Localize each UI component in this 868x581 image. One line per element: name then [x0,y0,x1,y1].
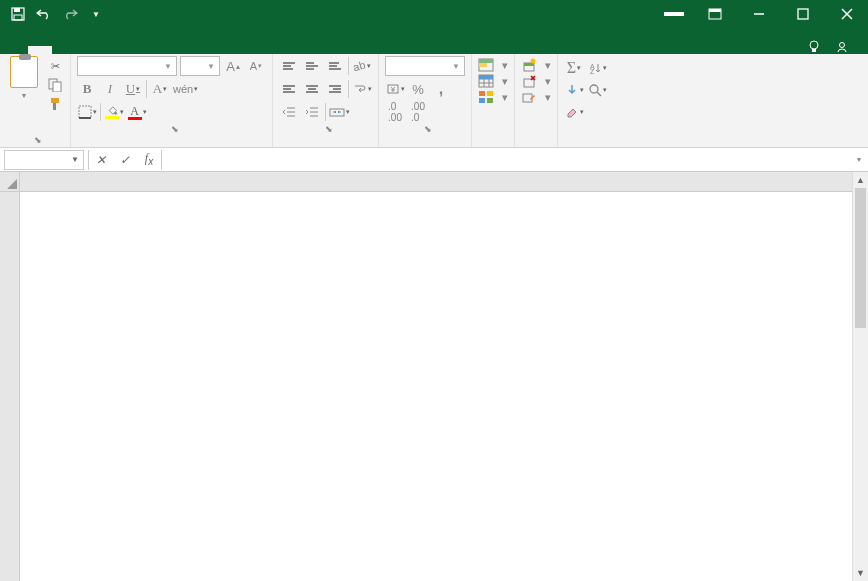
align-launcher[interactable]: ⬊ [325,124,333,134]
tell-me-search[interactable] [808,40,824,54]
qat-customize-button[interactable]: ▼ [86,4,106,24]
search-icon [588,83,602,97]
increase-decimal-button[interactable]: .0.00 [385,102,405,122]
decrease-indent-button[interactable] [279,102,299,122]
phonetic-button[interactable]: wén▾ [173,79,198,99]
tab-home[interactable] [28,46,52,54]
align-right-button[interactable] [325,79,345,99]
font-launcher[interactable]: ⬊ [171,124,179,134]
vertical-scrollbar[interactable]: ▲ ▼ [852,172,868,581]
align-middle-button[interactable] [302,56,322,76]
comma-icon: , [439,80,443,98]
increase-font-button[interactable]: A▴ [223,56,243,76]
cell-styles-button[interactable]: ▾ [478,90,508,104]
border-button[interactable]: ▾ [77,102,97,122]
clear-button[interactable]: ▾ [564,102,584,122]
ribbon-tabs [0,28,868,54]
align-top-button[interactable] [279,56,299,76]
copy-icon [48,78,62,92]
expand-formula-bar-button[interactable]: ▾ [850,155,868,164]
cut-button[interactable]: ✂ [46,58,64,74]
clipboard-launcher[interactable]: ⬊ [34,135,42,145]
cancel-formula-button[interactable]: ✕ [89,150,113,170]
accounting-format-button[interactable]: ¥▾ [385,79,405,99]
name-box[interactable]: ▼ [4,150,84,170]
sort-filter-button[interactable]: AZ▾ [587,58,607,78]
font-color-button[interactable]: A▾ [127,102,147,122]
tab-data[interactable] [124,46,148,54]
insert-function-button[interactable]: fx [137,150,161,170]
tab-file[interactable] [4,46,28,54]
login-button[interactable] [664,12,684,16]
tab-insert[interactable] [52,46,76,54]
svg-rect-39 [523,94,532,102]
find-button[interactable]: ▾ [587,80,607,100]
maximize-button[interactable] [782,0,824,28]
delete-cells-button[interactable]: ▾ [521,74,551,88]
tab-help[interactable] [220,46,244,54]
increase-indent-button[interactable] [302,102,322,122]
undo-button[interactable] [34,4,54,24]
tab-review[interactable] [148,46,172,54]
share-button[interactable] [836,41,852,53]
scroll-thumb[interactable] [855,188,866,328]
tab-view[interactable] [172,46,196,54]
merge-icon [329,106,345,118]
cell-style-icon [478,90,494,104]
close-button[interactable] [826,0,868,28]
save-button[interactable] [8,4,28,24]
align-bottom-button[interactable] [325,56,345,76]
format-cells-button[interactable]: ▾ [521,90,551,104]
scroll-up-button[interactable]: ▲ [853,172,868,188]
format-as-table-button[interactable]: ▾ [478,74,508,88]
paste-button[interactable]: ▼ [6,56,42,99]
number-format-combo[interactable]: ▼ [385,56,465,76]
font-a-button[interactable]: A▾ [150,79,170,99]
svg-line-43 [597,92,601,96]
number-launcher[interactable]: ⬊ [424,124,432,134]
font-name-combo[interactable]: ▼ [77,56,177,76]
svg-rect-23 [479,59,493,63]
cells-area[interactable] [20,192,852,581]
comma-button[interactable]: , [431,79,451,99]
merge-button[interactable]: ▾ [329,102,350,122]
fill-icon [565,83,579,97]
tab-pagelayout[interactable] [76,46,100,54]
fill-button[interactable]: ▾ [564,80,584,100]
insert-cells-button[interactable]: ▾ [521,58,551,72]
align-center-button[interactable] [302,79,322,99]
tab-formulas[interactable] [100,46,124,54]
scroll-down-button[interactable]: ▼ [853,565,868,581]
copy-button[interactable] [46,77,64,93]
percent-button[interactable]: % [408,79,428,99]
enter-formula-button[interactable]: ✓ [113,150,137,170]
wrap-text-button[interactable]: ▾ [352,79,372,99]
italic-button[interactable]: I [100,79,120,99]
format-painter-button[interactable] [46,96,64,112]
scissors-icon: ✂ [51,60,60,73]
autosum-button[interactable]: Σ▾ [564,58,584,78]
svg-rect-36 [524,63,534,66]
group-cells: ▾ ▾ ▾ [515,54,558,147]
align-middle-icon [306,62,318,70]
svg-point-18 [114,112,117,115]
align-right-icon [329,85,341,93]
select-all-button[interactable] [0,172,20,192]
decrease-decimal-button[interactable]: .00.0 [408,102,428,122]
minimize-button[interactable] [738,0,780,28]
spreadsheet-grid: ▲ ▼ [0,172,868,581]
fill-color-button[interactable]: ▾ [104,102,124,122]
decrease-font-button[interactable]: A▾ [246,56,266,76]
underline-button[interactable]: U▾ [123,79,143,99]
font-size-combo[interactable]: ▼ [180,56,220,76]
ribbon-options-button[interactable] [694,0,736,28]
ribbon: ▼ ✂ ⬊ ▼ ▼ A▴ A▾ B I [0,54,868,148]
bold-button[interactable]: B [77,79,97,99]
conditional-format-button[interactable]: ▾ [478,58,508,72]
format-icon [521,90,537,104]
orientation-button[interactable]: ab▾ [352,56,372,76]
redo-button[interactable] [60,4,80,24]
align-left-button[interactable] [279,79,299,99]
tab-developer[interactable] [196,46,220,54]
align-top-icon [283,62,295,70]
